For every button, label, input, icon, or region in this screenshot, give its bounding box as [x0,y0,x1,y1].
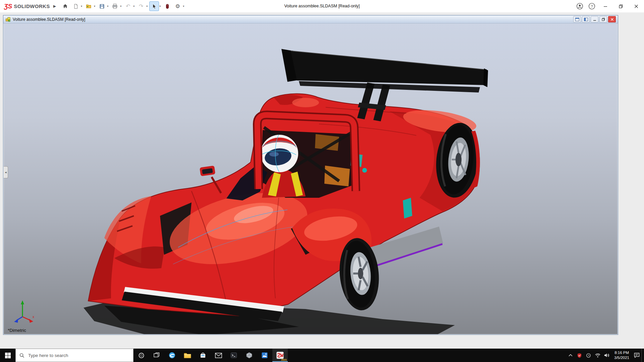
undo-button[interactable]: ↶ [123,1,133,11]
solidworks-logo: ƷS SOLIDWORKS [0,3,53,10]
chevron-left-icon: ◄ [4,171,7,174]
new-document-icon [73,4,78,9]
orientation-triad: x [11,297,36,325]
mouse-button[interactable] [162,1,172,11]
undo-caret-icon[interactable]: ▾ [133,5,135,8]
doc-close-button[interactable] [608,16,616,22]
command-prompt-button[interactable] [226,349,241,362]
edge-button[interactable] [164,349,180,362]
new-document-caret-icon[interactable]: ▾ [81,5,82,8]
print-button[interactable] [110,1,120,11]
restore-icon [619,4,623,8]
file-explorer-icon [184,352,191,359]
store-button[interactable] [195,349,211,362]
doc-minimize-icon [593,18,596,21]
save-caret-icon[interactable]: ▾ [107,5,108,8]
help-icon: ? [588,3,595,10]
close-icon [634,4,638,8]
account-button[interactable] [575,2,584,11]
3ds-logo-icon: ƷS [4,3,12,10]
account-icon [576,3,583,10]
options-button[interactable]: ⚙ [173,1,182,11]
update-icon [586,353,591,358]
home-icon [62,3,68,9]
open-folder-icon [86,3,92,9]
svg-text:?: ? [591,4,593,8]
home-button[interactable] [60,1,70,11]
car-model[interactable] [4,23,618,334]
pane-right-icon [584,18,588,21]
pane-left-button[interactable] [573,16,581,22]
select-caret-icon[interactable]: ▾ [159,5,161,8]
doc-restore-icon [602,18,605,21]
redo-caret-icon[interactable]: ▾ [146,5,148,8]
tray-expand-button[interactable] [566,349,575,362]
pane-left-icon [575,18,579,21]
taskbar-clock[interactable]: 8:16 PM 3/5/2021 [611,349,632,362]
start-button[interactable] [0,349,15,362]
document-titlebar[interactable]: Voiture assomblee.SLDASM [Read-only] [3,15,618,23]
car-body[interactable] [88,94,480,321]
mail-button[interactable] [211,349,226,362]
search-icon [19,353,24,358]
security-tray-button[interactable] [575,349,584,362]
clock-date: 3/5/2021 [614,355,629,360]
volume-tray-button[interactable] [602,349,611,362]
minimize-button[interactable] [598,0,613,12]
new-document-button[interactable] [71,1,80,11]
quick-access-toolbar: ▾ ▾ ▾ ▾ ↶ ▾ ↷ ▾ ▾ ⚙ ▾ [60,1,185,11]
update-tray-button[interactable] [584,349,593,362]
edge-icon [168,352,176,359]
document-title: Voiture assomblee.SLDASM [Read-only] [13,17,85,22]
network-icon [595,353,600,358]
photos-button[interactable] [257,349,272,362]
menu-expand-icon[interactable]: ▶ [53,4,56,8]
app-document-title: Voiture assomblee.SLDASM [Read-only] [284,0,360,12]
open-caret-icon[interactable]: ▾ [94,5,95,8]
open-button[interactable] [84,1,94,11]
taskbar-search[interactable] [15,349,133,362]
task-view-button[interactable] [149,349,164,362]
redo-button[interactable]: ↷ [136,1,146,11]
titlebar-right: ? [574,0,644,12]
cad-viewer-button[interactable] [241,349,257,362]
solidworks-taskbar-button[interactable]: 2021 [272,349,288,362]
view-orientation-label: *Dimetric [8,328,26,333]
task-view-icon [154,352,160,358]
network-tray-button[interactable] [593,349,602,362]
show-desktop-button[interactable] [641,349,644,362]
save-icon [99,4,105,9]
close-button[interactable] [629,0,644,12]
document-window-buttons [573,16,616,22]
save-button[interactable] [97,1,107,11]
cortana-icon [138,352,145,359]
print-caret-icon[interactable]: ▾ [120,5,121,8]
pane-right-button[interactable] [582,16,590,22]
cortana-button[interactable] [133,349,149,362]
select-cursor-icon [152,4,157,9]
assembly-icon [5,17,11,22]
minimize-icon [603,4,607,8]
command-prompt-icon [230,352,237,359]
file-explorer-button[interactable] [180,349,195,362]
chevron-up-icon [569,354,573,357]
help-button[interactable]: ? [587,2,596,11]
options-caret-icon[interactable]: ▾ [183,5,184,8]
select-tool-button[interactable] [149,1,159,11]
cad-viewer-cube-icon [246,352,253,359]
solidworks-version-badge: 2021 [281,358,287,361]
volume-icon [604,353,609,358]
action-center-button[interactable] [632,349,641,362]
gear-icon: ⚙ [175,4,180,9]
search-input[interactable] [28,353,129,358]
doc-minimize-button[interactable] [591,16,598,22]
windows-logo-icon [5,353,11,358]
mail-icon [215,353,222,358]
taskbar: 2021 8:16 PM 3/5/2021 [0,349,644,362]
action-center-icon [634,353,640,358]
doc-restore-button[interactable] [599,16,607,22]
restore-button[interactable] [613,0,629,12]
feature-tree-collapse-tab[interactable]: ◄ [4,166,8,178]
x-axis-label: x [33,315,34,319]
graphics-viewport[interactable]: ◄ x *Dimetric [4,23,618,334]
